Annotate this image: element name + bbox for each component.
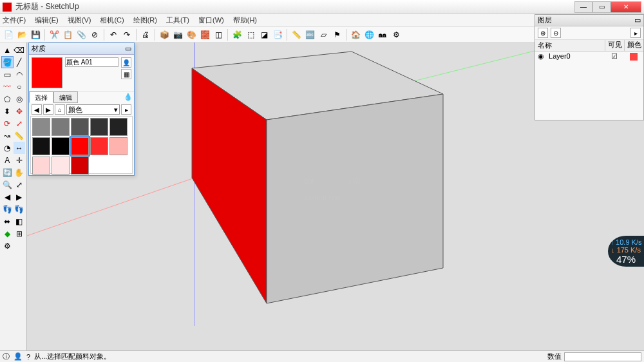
position-tool[interactable]: 👣 bbox=[1, 203, 14, 215]
tab-select[interactable]: 选择 bbox=[29, 91, 53, 103]
tape-tool[interactable]: 📏 bbox=[14, 129, 26, 142]
menu-camera[interactable]: 相机(C) bbox=[100, 15, 124, 25]
settings-icon[interactable]: ⚙ bbox=[390, 29, 402, 41]
menu-edit[interactable]: 编辑(E) bbox=[35, 15, 59, 25]
axes-tool[interactable]: ✛ bbox=[14, 154, 26, 166]
menu-tools[interactable]: 工具(T) bbox=[166, 15, 189, 25]
pan-tool[interactable]: ✋ bbox=[14, 166, 26, 178]
delete-icon[interactable]: ⊘ bbox=[89, 29, 100, 41]
prev-tool[interactable]: ◀ bbox=[1, 191, 14, 203]
text-icon[interactable]: 🔤 bbox=[304, 29, 316, 41]
cut-icon[interactable]: ✂️ bbox=[48, 29, 60, 41]
next-tool[interactable]: ▶ bbox=[14, 191, 26, 203]
material-category[interactable]: 颜色▾ bbox=[66, 104, 120, 115]
text-tool[interactable]: A bbox=[1, 154, 14, 166]
layer-visible-checkbox[interactable]: ☑ bbox=[605, 52, 624, 61]
protractor-tool[interactable]: ◔ bbox=[1, 142, 14, 154]
ext2-tool[interactable]: ⊞ bbox=[14, 227, 26, 240]
details-icon[interactable]: ▸ bbox=[121, 104, 131, 115]
swatch[interactable] bbox=[52, 137, 70, 155]
swatch[interactable] bbox=[71, 118, 89, 136]
texture-icon[interactable]: 🧱 bbox=[199, 29, 211, 41]
new-icon[interactable]: 📄 bbox=[3, 29, 14, 41]
section-icon[interactable]: ◪ bbox=[258, 29, 270, 41]
rotate-tool[interactable]: ⟳ bbox=[1, 117, 14, 129]
home-mat-icon[interactable]: ⌂ bbox=[55, 104, 65, 115]
layer-color-swatch[interactable] bbox=[630, 53, 638, 61]
model-icon[interactable]: 📦 bbox=[158, 29, 170, 41]
menu-help[interactable]: 帮助(H) bbox=[233, 15, 257, 25]
swatch[interactable] bbox=[90, 137, 108, 155]
default-material-icon[interactable]: ▦ bbox=[121, 69, 131, 79]
save-icon[interactable]: 💾 bbox=[30, 29, 41, 41]
circle-tool[interactable]: ○ bbox=[14, 81, 26, 93]
plane-icon[interactable]: ▱ bbox=[317, 29, 329, 41]
look-tool[interactable]: 👣 bbox=[14, 203, 26, 215]
swatch[interactable] bbox=[32, 157, 50, 175]
pushpull-tool[interactable]: ⬍ bbox=[1, 105, 14, 117]
dim-icon[interactable]: 📏 bbox=[290, 29, 302, 41]
tab-edit[interactable]: 编辑 bbox=[53, 91, 78, 103]
world-icon[interactable]: 🌐 bbox=[363, 29, 375, 41]
zoom-tool[interactable]: 🔍 bbox=[1, 178, 14, 191]
flag-icon[interactable]: ⚑ bbox=[331, 29, 343, 41]
move-tool[interactable]: ✥ bbox=[14, 105, 26, 117]
section-tool[interactable]: ◧ bbox=[14, 215, 26, 227]
swatch[interactable] bbox=[109, 118, 128, 136]
paste-icon[interactable]: 📎 bbox=[75, 29, 87, 41]
minimize-button[interactable]: — bbox=[574, 1, 592, 13]
ext3-tool[interactable]: ⚙ bbox=[1, 240, 14, 252]
follow-tool[interactable]: ↝ bbox=[1, 129, 14, 142]
menu-draw[interactable]: 绘图(R) bbox=[133, 15, 157, 25]
swatch[interactable] bbox=[71, 137, 89, 155]
orbit-tool[interactable]: 🔄 bbox=[1, 166, 14, 178]
component-icon[interactable]: 🧩 bbox=[231, 29, 243, 41]
value-input[interactable] bbox=[564, 352, 641, 361]
camera-icon[interactable]: 📷 bbox=[172, 29, 184, 41]
back-icon[interactable]: ◀ bbox=[32, 104, 42, 115]
layers-collapse-icon[interactable]: ▭ bbox=[634, 16, 641, 24]
status-user-icon[interactable]: 👤 bbox=[14, 352, 23, 361]
layer-row[interactable]: ◉ Layer0 ☑ bbox=[535, 52, 643, 61]
fwd-icon[interactable]: ▶ bbox=[43, 104, 53, 115]
layer-icon[interactable]: 📑 bbox=[272, 29, 283, 41]
home-icon[interactable]: 🏘 bbox=[377, 29, 388, 41]
eyedropper-icon[interactable]: 💧 bbox=[122, 91, 134, 103]
pin-icon[interactable]: ▭ bbox=[125, 44, 131, 53]
swatch[interactable] bbox=[52, 157, 70, 175]
house-icon[interactable]: 🏠 bbox=[350, 29, 361, 41]
line-tool[interactable]: ╱ bbox=[14, 56, 25, 68]
maximize-button[interactable]: ▭ bbox=[592, 1, 611, 13]
close-button[interactable]: ✕ bbox=[611, 1, 641, 13]
copy-icon[interactable]: 📋 bbox=[62, 29, 73, 41]
redo-icon[interactable]: ↷ bbox=[121, 29, 133, 41]
freehand-tool[interactable]: 〰 bbox=[1, 81, 14, 93]
arc-tool[interactable]: ◠ bbox=[14, 68, 26, 81]
open-icon[interactable]: 📂 bbox=[16, 29, 28, 41]
swatch[interactable] bbox=[90, 118, 108, 136]
add-layer-button[interactable]: ⊕ bbox=[538, 28, 548, 38]
eraser-tool[interactable]: ⌫ bbox=[14, 44, 26, 56]
group-icon[interactable]: ⬚ bbox=[245, 29, 256, 41]
material-name-input[interactable] bbox=[65, 57, 118, 67]
scale-tool[interactable]: ⤢ bbox=[14, 117, 26, 129]
zoom-ext-tool[interactable]: ⤢ bbox=[14, 178, 26, 191]
menu-window[interactable]: 窗口(W) bbox=[198, 15, 224, 25]
print-icon[interactable]: 🖨 bbox=[140, 29, 151, 41]
rect-tool[interactable]: ▭ bbox=[1, 68, 14, 81]
swatch[interactable] bbox=[32, 137, 50, 155]
ext1-tool[interactable]: ◆ bbox=[1, 227, 14, 240]
status-help-icon[interactable]: ? bbox=[26, 353, 30, 361]
status-icon[interactable]: ⓘ bbox=[3, 352, 10, 361]
menu-view[interactable]: 视图(V) bbox=[68, 15, 91, 25]
layer-menu-button[interactable]: ▸ bbox=[630, 28, 641, 38]
select-tool[interactable]: ▲ bbox=[1, 44, 14, 56]
create-material-icon[interactable]: 👤 bbox=[121, 57, 131, 68]
undo-icon[interactable]: ↶ bbox=[108, 29, 119, 41]
offset-tool[interactable]: ◎ bbox=[14, 93, 26, 105]
remove-layer-button[interactable]: ⊖ bbox=[551, 28, 561, 38]
render-icon[interactable]: 🎨 bbox=[185, 29, 197, 41]
xray-icon[interactable]: ◫ bbox=[213, 29, 224, 41]
swatch[interactable] bbox=[32, 118, 50, 136]
dim-tool[interactable]: ↔ bbox=[14, 142, 26, 154]
